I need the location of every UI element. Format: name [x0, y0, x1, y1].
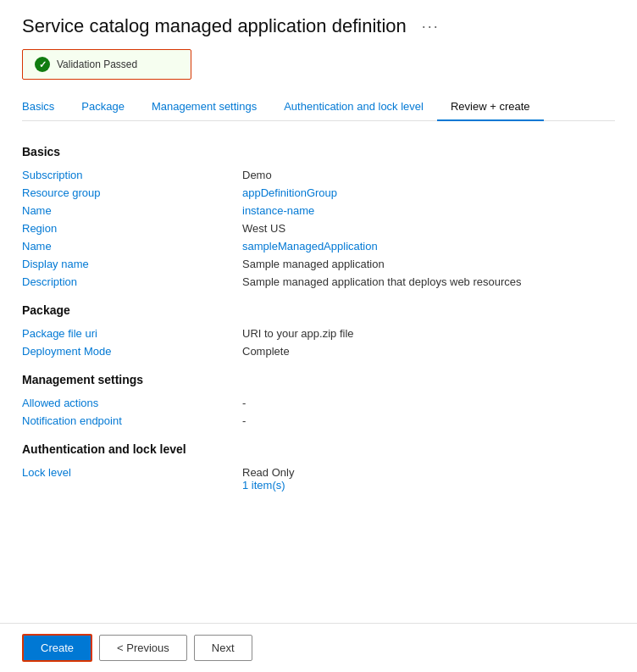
validation-text: Validation Passed: [57, 58, 137, 70]
value-notification-endpoint: -: [242, 414, 246, 427]
previous-button[interactable]: < Previous: [99, 635, 187, 661]
tab-auth-lock[interactable]: Authentication and lock level: [270, 93, 437, 121]
tab-review-create[interactable]: Review + create: [437, 93, 544, 121]
value-package-uri: URI to your app.zip file: [242, 327, 354, 340]
page-title: Service catalog managed application defi…: [22, 15, 407, 37]
field-subscription: Subscription Demo: [22, 169, 615, 181]
label-display-name: Display name: [22, 258, 242, 270]
page-container: Service catalog managed application defi…: [0, 0, 637, 672]
validation-banner: Validation Passed: [22, 49, 191, 80]
lock-level-count: 1 item(s): [242, 479, 285, 492]
label-notification-endpoint: Notification endpoint: [22, 414, 242, 427]
create-button[interactable]: Create: [22, 634, 92, 662]
field-package-uri: Package file uri URI to your app.zip fil…: [22, 327, 615, 340]
page-header: Service catalog managed application defi…: [0, 0, 637, 37]
section-basics-title: Basics: [22, 145, 615, 158]
tabs-bar: Basics Package Management settings Authe…: [22, 93, 615, 121]
label-name-managed: Name: [22, 240, 242, 253]
label-resource-group: Resource group: [22, 186, 242, 199]
value-subscription: Demo: [242, 169, 272, 181]
field-name-managed: Name sampleManagedApplication: [22, 240, 615, 253]
tab-basics[interactable]: Basics: [22, 93, 68, 121]
field-notification-endpoint: Notification endpoint -: [22, 414, 615, 427]
label-deployment-mode: Deployment Mode: [22, 345, 242, 358]
footer: Create < Previous Next: [0, 623, 637, 672]
label-subscription: Subscription: [22, 169, 242, 181]
value-allowed-actions: -: [242, 397, 246, 409]
field-allowed-actions: Allowed actions -: [22, 397, 615, 409]
label-region: Region: [22, 222, 242, 235]
field-resource-group: Resource group appDefinitionGroup: [22, 186, 615, 199]
value-deployment-mode: Complete: [242, 345, 290, 358]
value-region: West US: [242, 222, 285, 235]
section-management-title: Management settings: [22, 373, 615, 386]
tab-package[interactable]: Package: [68, 93, 138, 121]
label-lock-level: Lock level: [22, 466, 242, 479]
value-name-managed[interactable]: sampleManagedApplication: [242, 240, 378, 253]
validation-check-icon: [35, 57, 50, 72]
next-button[interactable]: Next: [194, 635, 252, 661]
field-region: Region West US: [22, 222, 615, 235]
lock-level-value: Read Only: [242, 466, 294, 479]
value-lock-level: Read Only 1 item(s): [242, 466, 294, 492]
label-allowed-actions: Allowed actions: [22, 397, 242, 409]
value-display-name: Sample managed application: [242, 258, 385, 270]
value-name-instance[interactable]: instance-name: [242, 204, 314, 217]
field-description: Description Sample managed application t…: [22, 275, 615, 288]
value-description: Sample managed application that deploys …: [242, 275, 522, 288]
tab-management-settings[interactable]: Management settings: [138, 93, 270, 121]
label-name-instance: Name: [22, 204, 242, 217]
field-deployment-mode: Deployment Mode Complete: [22, 345, 615, 358]
more-options-icon[interactable]: ···: [422, 18, 440, 36]
main-content: Basics Subscription Demo Resource group …: [0, 121, 637, 623]
label-package-uri: Package file uri: [22, 327, 242, 340]
field-name-instance: Name instance-name: [22, 204, 615, 217]
section-package-title: Package: [22, 303, 615, 317]
field-display-name: Display name Sample managed application: [22, 258, 615, 270]
label-description: Description: [22, 275, 242, 288]
field-lock-level: Lock level Read Only 1 item(s): [22, 466, 615, 492]
value-resource-group[interactable]: appDefinitionGroup: [242, 186, 337, 199]
section-auth-lock-title: Authentication and lock level: [22, 442, 615, 456]
